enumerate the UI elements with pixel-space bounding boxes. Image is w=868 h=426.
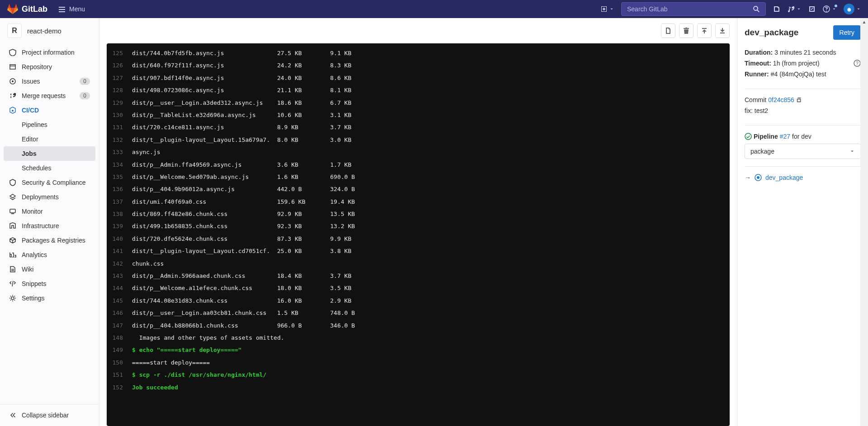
question-circle-icon[interactable]: ? [854,60,861,67]
search-icon [753,5,760,13]
nav-icon [9,107,16,114]
log-line: 141dist/t__plugin-layout__Layout.cd7051c… [107,245,730,257]
scroll-top-icon [701,27,708,34]
log-line: 144dist/p__Welcome.a11efece.chunk.css 18… [107,282,730,294]
nav-icon [9,193,16,201]
retry-button[interactable]: Retry [833,25,861,40]
commit-link[interactable]: 0f24c856 [768,96,794,103]
erase-log-button[interactable] [679,23,693,38]
sidebar-item-schedules[interactable]: Schedules [4,161,95,175]
stage-select[interactable]: package [745,144,861,159]
nav-icon [9,266,16,273]
log-line: 134dist/p__Admin.ffa49569.async.js 3.6 K… [107,159,730,171]
show-raw-button[interactable] [661,23,675,38]
sidebar-item-infrastructure[interactable]: Infrastructure [4,219,95,233]
log-line: 125dist/744.0b7fd5fb.async.js 27.5 KB 9.… [107,47,730,59]
project-name: react-demo [27,27,61,35]
log-line: 140dist/720.dfe5624e.chunk.css 87.3 KB 9… [107,233,730,245]
nav-icon [9,179,16,186]
sidebar-item-deployments[interactable]: Deployments [4,190,95,204]
chevron-down-icon [849,149,855,154]
scroll-top-button[interactable] [697,23,712,38]
sidebar-item-pipelines[interactable]: Pipelines [4,117,95,132]
brand-text: GitLab [22,5,47,14]
chevron-double-left-icon [9,412,16,419]
collapse-label: Collapse sidebar [22,412,90,419]
svg-point-7 [745,133,751,140]
user-menu[interactable]: ◉ [844,4,861,14]
log-line: 128dist/498.0723086c.async.js 21.1 KB 8.… [107,84,730,96]
log-line: 126dist/640.f972f11f.async.js 24.2 KB 8.… [107,59,730,71]
scroll-up-arrow[interactable]: ▲ [860,18,868,26]
project-header[interactable]: R react-demo [0,18,99,43]
sidebar-item-snippets[interactable]: Snippets [4,276,95,291]
gitlab-icon [7,4,18,14]
job-link[interactable]: dev_package [765,174,803,181]
pipeline-link[interactable]: #27 [780,133,790,140]
nav-icon [9,237,16,244]
scroll-bottom-icon [719,27,726,34]
nav-icon [9,222,16,229]
log-line: 131dist/720.c14ce811.async.js 8.9 KB 3.7… [107,121,730,133]
log-line: 145dist/744.08e31d83.chunk.css 16.0 KB 2… [107,295,730,307]
log-line: 152Job succeeded [107,381,730,393]
sidebar-item-repository[interactable]: Repository [4,60,95,74]
sidebar-item-merge-requests[interactable]: Merge requests0 [4,89,95,103]
log-line: 137dist/umi.f40f69a0.css 159.6 KB 19.4 K… [107,196,730,208]
merge-icon [788,5,795,13]
nav-icon [9,208,16,215]
sidebar-item-ci-cd[interactable]: CI/CD [4,103,95,117]
log-line: 130dist/p__TableList.e32d696a.async.js 1… [107,109,730,121]
nav-icon [9,295,16,302]
count-badge: 0 [80,92,90,99]
help-dropdown[interactable] [823,5,836,13]
svg-point-2 [12,80,14,82]
log-line: 147dist/p__404.b88066b1.chunk.css 966.0 … [107,319,730,332]
nav-icon [9,280,16,287]
nav-icon [9,49,16,56]
sidebar-item-project-information[interactable]: Project information [4,45,95,60]
nav-icon [9,92,16,99]
search-box[interactable] [621,2,766,16]
sidebar-item-settings[interactable]: Settings [4,291,95,305]
copy-icon[interactable] [796,97,802,103]
document-icon [665,27,672,34]
log-line: 139dist/499.1b658835.chunk.css 92.3 KB 1… [107,220,730,232]
sidebar-item-editor[interactable]: Editor [4,132,95,146]
scroll-bottom-button[interactable] [715,23,730,38]
log-line: 142chunk.css [107,257,730,270]
arrow-right-icon: → [745,174,751,181]
sidebar-item-packages-registries[interactable]: Packages & Registries [4,233,95,248]
count-badge: 0 [80,78,90,85]
issues-icon[interactable] [773,5,780,13]
search-input[interactable] [627,5,753,13]
log-line: 143dist/p__Admin.5966aaed.chunk.css 18.4… [107,270,730,282]
log-line: 127dist/907.bdf14f0e.async.js 24.0 KB 8.… [107,72,730,84]
svg-rect-3 [10,209,15,213]
svg-point-4 [11,297,14,300]
sidebar-item-monitor[interactable]: Monitor [4,204,95,219]
sidebar-item-security-compliance[interactable]: Security & Compliance [4,175,95,190]
log-line: 129dist/p__user__Login.a3ded312.async.js… [107,97,730,109]
menu-toggle[interactable]: Menu [58,5,85,13]
sidebar-item-issues[interactable]: Issues0 [4,74,95,89]
log-line: 138dist/869.ff482e86.chunk.css 92.9 KB 1… [107,208,730,220]
sidebar-item-jobs[interactable]: Jobs [4,146,95,161]
sidebar-item-wiki[interactable]: Wiki [4,262,95,276]
sidebar-item-analytics[interactable]: Analytics [4,248,95,262]
log-line: 150=====start deploy===== [107,356,730,369]
merge-requests-dropdown[interactable] [788,5,801,13]
todos-icon[interactable] [808,5,816,13]
log-line: 135dist/p__Welcome.5ed079ab.async.js 1.6… [107,171,730,183]
log-line: 146dist/p__user__Login.aa03cb81.chunk.cs… [107,307,730,319]
gitlab-logo[interactable]: GitLab [7,4,47,14]
svg-point-9 [757,176,760,179]
svg-text:?: ? [856,61,859,66]
chevron-down-icon [856,5,861,13]
job-log: 125dist/744.0b7fd5fb.async.js 27.5 KB 9.… [107,43,730,426]
log-line: 133async.js [107,146,730,158]
project-avatar: R [7,23,22,38]
status-running-icon [755,174,762,181]
collapse-sidebar[interactable]: Collapse sidebar [4,408,95,422]
new-dropdown[interactable] [600,5,614,13]
